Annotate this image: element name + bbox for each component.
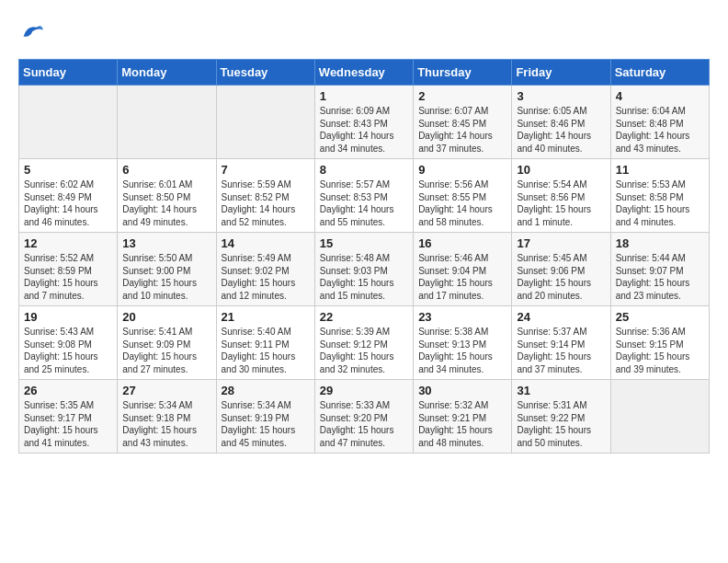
weekday-header: Saturday [610, 60, 709, 86]
cell-content: Sunrise: 5:52 AMSunset: 8:59 PMDaylight:… [24, 252, 112, 302]
calendar-week-row: 1Sunrise: 6:09 AMSunset: 8:43 PMDaylight… [19, 86, 710, 159]
cell-content: Sunrise: 5:41 AMSunset: 9:09 PMDaylight:… [122, 326, 210, 375]
cell-content: Sunrise: 5:44 AMSunset: 9:07 PMDaylight:… [616, 252, 704, 302]
day-number: 7 [222, 163, 310, 177]
weekday-header: Wednesday [314, 60, 413, 86]
calendar-cell: 20Sunrise: 5:41 AMSunset: 9:09 PMDayligh… [118, 306, 216, 380]
day-number: 27 [122, 384, 210, 397]
cell-content: Sunrise: 5:53 AMSunset: 8:58 PMDaylight:… [616, 178, 704, 228]
day-number: 11 [616, 163, 704, 177]
calendar-cell: 15Sunrise: 5:48 AMSunset: 9:03 PMDayligh… [314, 233, 413, 306]
calendar-cell: 29Sunrise: 5:33 AMSunset: 9:20 PMDayligh… [314, 380, 413, 454]
calendar-cell: 19Sunrise: 5:43 AMSunset: 9:08 PMDayligh… [19, 306, 118, 380]
calendar-cell [19, 86, 118, 159]
day-number: 18 [616, 236, 704, 250]
cell-content: Sunrise: 6:09 AMSunset: 8:43 PMDaylight:… [320, 105, 408, 155]
cell-content: Sunrise: 5:46 AMSunset: 9:04 PMDaylight:… [418, 252, 506, 302]
cell-content: Sunrise: 5:33 AMSunset: 9:20 PMDaylight:… [320, 399, 408, 449]
day-number: 22 [320, 310, 408, 324]
cell-content: Sunrise: 5:39 AMSunset: 9:12 PMDaylight:… [320, 326, 408, 375]
day-number: 25 [616, 310, 704, 324]
day-number: 20 [122, 310, 210, 324]
weekday-header: Monday [118, 60, 216, 86]
calendar-cell [216, 86, 314, 159]
cell-content: Sunrise: 5:40 AMSunset: 9:11 PMDaylight:… [222, 326, 310, 375]
cell-content: Sunrise: 6:05 AMSunset: 8:46 PMDaylight:… [517, 105, 605, 155]
calendar-cell: 28Sunrise: 5:34 AMSunset: 9:19 PMDayligh… [216, 380, 314, 454]
cell-content: Sunrise: 5:31 AMSunset: 9:22 PMDaylight:… [517, 399, 605, 449]
calendar-cell: 13Sunrise: 5:50 AMSunset: 9:00 PMDayligh… [118, 233, 216, 306]
day-number: 23 [418, 310, 506, 324]
weekday-header: Sunday [19, 60, 118, 86]
cell-content: Sunrise: 5:34 AMSunset: 9:19 PMDaylight:… [222, 399, 310, 449]
day-number: 5 [24, 163, 112, 177]
cell-content: Sunrise: 5:48 AMSunset: 9:03 PMDaylight:… [320, 252, 408, 302]
weekday-header: Thursday [414, 60, 512, 86]
day-number: 6 [122, 163, 210, 177]
calendar-cell: 10Sunrise: 5:54 AMSunset: 8:56 PMDayligh… [512, 159, 610, 233]
cell-content: Sunrise: 5:34 AMSunset: 9:18 PMDaylight:… [122, 399, 210, 449]
calendar-week-row: 26Sunrise: 5:35 AMSunset: 9:17 PMDayligh… [19, 380, 710, 454]
calendar-cell: 26Sunrise: 5:35 AMSunset: 9:17 PMDayligh… [19, 380, 118, 454]
cell-content: Sunrise: 5:57 AMSunset: 8:53 PMDaylight:… [320, 178, 408, 228]
cell-content: Sunrise: 5:32 AMSunset: 9:21 PMDaylight:… [418, 399, 506, 449]
cell-content: Sunrise: 5:36 AMSunset: 9:15 PMDaylight:… [616, 326, 704, 375]
calendar-cell: 23Sunrise: 5:38 AMSunset: 9:13 PMDayligh… [414, 306, 512, 380]
calendar-cell: 22Sunrise: 5:39 AMSunset: 9:12 PMDayligh… [314, 306, 413, 380]
cell-content: Sunrise: 5:37 AMSunset: 9:14 PMDaylight:… [517, 326, 605, 375]
cell-content: Sunrise: 5:43 AMSunset: 9:08 PMDaylight:… [24, 326, 112, 375]
calendar-cell: 5Sunrise: 6:02 AMSunset: 8:49 PMDaylight… [19, 159, 118, 233]
logo [18, 18, 48, 44]
calendar-cell: 6Sunrise: 6:01 AMSunset: 8:50 PMDaylight… [118, 159, 216, 233]
calendar-cell: 2Sunrise: 6:07 AMSunset: 8:45 PMDaylight… [414, 86, 512, 159]
calendar-cell: 30Sunrise: 5:32 AMSunset: 9:21 PMDayligh… [414, 380, 512, 454]
cell-content: Sunrise: 5:45 AMSunset: 9:06 PMDaylight:… [517, 252, 605, 302]
calendar-cell [118, 86, 216, 159]
cell-content: Sunrise: 6:02 AMSunset: 8:49 PMDaylight:… [24, 178, 112, 228]
cell-content: Sunrise: 5:38 AMSunset: 9:13 PMDaylight:… [418, 326, 506, 375]
calendar-cell: 24Sunrise: 5:37 AMSunset: 9:14 PMDayligh… [512, 306, 610, 380]
calendar-cell: 9Sunrise: 5:56 AMSunset: 8:55 PMDaylight… [414, 159, 512, 233]
day-number: 19 [24, 310, 112, 324]
calendar-cell: 25Sunrise: 5:36 AMSunset: 9:15 PMDayligh… [610, 306, 709, 380]
calendar-cell: 21Sunrise: 5:40 AMSunset: 9:11 PMDayligh… [216, 306, 314, 380]
calendar-week-row: 19Sunrise: 5:43 AMSunset: 9:08 PMDayligh… [19, 306, 710, 380]
weekday-header-row: SundayMondayTuesdayWednesdayThursdayFrid… [19, 60, 710, 86]
day-number: 31 [517, 384, 605, 397]
calendar-cell: 16Sunrise: 5:46 AMSunset: 9:04 PMDayligh… [414, 233, 512, 306]
calendar-cell: 11Sunrise: 5:53 AMSunset: 8:58 PMDayligh… [610, 159, 709, 233]
calendar-week-row: 12Sunrise: 5:52 AMSunset: 8:59 PMDayligh… [19, 233, 710, 306]
day-number: 29 [320, 384, 408, 397]
cell-content: Sunrise: 5:54 AMSunset: 8:56 PMDaylight:… [517, 178, 605, 228]
day-number: 9 [418, 163, 506, 177]
cell-content: Sunrise: 5:49 AMSunset: 9:02 PMDaylight:… [222, 252, 310, 302]
day-number: 15 [320, 236, 408, 250]
day-number: 12 [24, 236, 112, 250]
calendar-table: SundayMondayTuesdayWednesdayThursdayFrid… [18, 59, 710, 454]
day-number: 13 [122, 236, 210, 250]
calendar-cell: 1Sunrise: 6:09 AMSunset: 8:43 PMDaylight… [314, 86, 413, 159]
calendar-cell: 7Sunrise: 5:59 AMSunset: 8:52 PMDaylight… [216, 159, 314, 233]
calendar-cell: 17Sunrise: 5:45 AMSunset: 9:06 PMDayligh… [512, 233, 610, 306]
day-number: 21 [222, 310, 310, 324]
calendar-cell: 8Sunrise: 5:57 AMSunset: 8:53 PMDaylight… [314, 159, 413, 233]
calendar-cell: 18Sunrise: 5:44 AMSunset: 9:07 PMDayligh… [610, 233, 709, 306]
weekday-header: Friday [512, 60, 610, 86]
logo-bird-icon [18, 18, 44, 44]
cell-content: Sunrise: 5:50 AMSunset: 9:00 PMDaylight:… [122, 252, 210, 302]
cell-content: Sunrise: 6:07 AMSunset: 8:45 PMDaylight:… [418, 105, 506, 155]
day-number: 3 [517, 89, 605, 103]
day-number: 26 [24, 384, 112, 397]
day-number: 28 [222, 384, 310, 397]
cell-content: Sunrise: 5:59 AMSunset: 8:52 PMDaylight:… [222, 178, 310, 228]
calendar-cell: 12Sunrise: 5:52 AMSunset: 8:59 PMDayligh… [19, 233, 118, 306]
page-header [18, 18, 710, 44]
day-number: 14 [222, 236, 310, 250]
cell-content: Sunrise: 6:04 AMSunset: 8:48 PMDaylight:… [616, 105, 704, 155]
calendar-cell: 14Sunrise: 5:49 AMSunset: 9:02 PMDayligh… [216, 233, 314, 306]
day-number: 1 [320, 89, 408, 103]
calendar-cell: 3Sunrise: 6:05 AMSunset: 8:46 PMDaylight… [512, 86, 610, 159]
calendar-week-row: 5Sunrise: 6:02 AMSunset: 8:49 PMDaylight… [19, 159, 710, 233]
day-number: 10 [517, 163, 605, 177]
calendar-cell: 27Sunrise: 5:34 AMSunset: 9:18 PMDayligh… [118, 380, 216, 454]
